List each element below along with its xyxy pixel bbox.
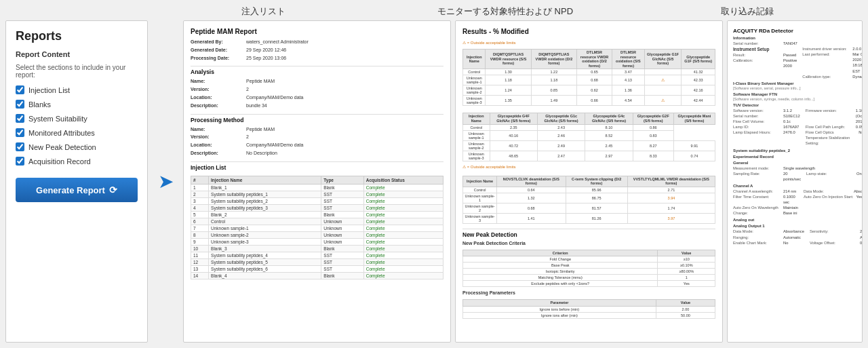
table-cell: 5 — [191, 211, 209, 218]
doc-panel-3: ACQUITY RDa Detector Information Serial … — [727, 20, 863, 343]
tuv-flow-cell-len: Flow Cell Path Length: 0.050 mm — [806, 124, 863, 130]
table-cell: Yes — [658, 281, 715, 287]
table-cell: 1.32 — [497, 193, 566, 203]
table-cell: 1.74 — [627, 203, 715, 213]
table-row: 1Blank_1BlankComplete — [191, 184, 443, 191]
table-cell: Complete — [363, 238, 443, 245]
table-cell: Unknown — [321, 218, 363, 225]
table-cell: 2.46 — [537, 130, 585, 140]
table-cell: 13 — [191, 265, 209, 272]
tuv-lamp-id: Lamp ID: 1676A97 — [733, 124, 800, 130]
table-row: Unknown sample-11.3286.753.94 — [463, 193, 715, 203]
generate-report-label: Generate Report — [36, 185, 105, 195]
rt2-col-name: Injection Name — [463, 113, 490, 124]
table-cell: Complete — [363, 191, 443, 197]
checkbox-monitored-attributes[interactable]: Monitored Attributes — [16, 128, 138, 137]
table-cell: Blank_3 — [209, 245, 321, 252]
main-area: Reports Report Content Select the sectio… — [0, 20, 868, 348]
warning-triangle-icon-2: ⚠ — [462, 165, 466, 169]
table-row: Unknown sample-240.722.492.458.279.91 — [463, 140, 715, 151]
table-cell: 50.00 — [656, 312, 715, 318]
table-cell: SST — [321, 191, 363, 197]
sample-manager-section: Software Manager FTN — [733, 92, 856, 96]
voltage-field: Voltage Offset: 0 mV — [810, 240, 863, 246]
generate-icon: ⟳ — [109, 185, 117, 195]
table-cell: 4.54 — [612, 96, 645, 106]
checkbox-system-suitability[interactable]: System Suitability — [16, 114, 138, 123]
table-cell: SST — [321, 258, 363, 265]
ct-col-vvstl: VVSTLTYLQMLML VWDR deamidation (S/S form… — [627, 176, 715, 187]
checkbox-injection-list[interactable]: Injection List — [16, 85, 138, 94]
panel-title: Reports — [16, 29, 138, 43]
checkbox-blanks[interactable]: Blanks — [16, 100, 138, 109]
doc1-proc-name: Name: Peptide MAM — [191, 126, 443, 133]
processing-params-title: Processing Parameters — [462, 290, 715, 295]
doc1-analysis-name: Name: Peptide MAM — [191, 78, 443, 85]
table-row: 12System suitability peptides_5SSTComple… — [191, 258, 443, 265]
col-name: Injection Name — [209, 176, 321, 184]
table-cell: 1.18 — [486, 75, 531, 85]
ftn-placeholder: [Software version, syringe, needle, colu… — [733, 97, 856, 101]
col-type: Type — [321, 176, 363, 184]
doc1-title: Peptide MAM Report — [191, 28, 443, 35]
table-cell: Complete — [363, 231, 443, 238]
table-cell: 0.68 — [497, 203, 566, 213]
rt1-col-name: Injection Name — [463, 50, 486, 69]
table-cell: Complete — [363, 204, 443, 211]
table-cell: System suitability peptides_6 — [209, 265, 321, 272]
checkbox-new-peak-detection-label: New Peak Detection — [28, 143, 96, 151]
table-cell: 0.64 — [497, 187, 566, 193]
table-cell: 2.97 — [585, 151, 633, 161]
acq-title: ACQUITY RDa Detector — [733, 28, 856, 34]
result-field: Result: Passed — [733, 52, 797, 58]
table-cell: Complete — [363, 245, 443, 252]
doc1-proc-description: Description: No Description — [191, 150, 443, 157]
doc2-warning1: ⚠ = Outside acceptable limits — [462, 40, 715, 45]
table-cell: ⚠ — [644, 75, 682, 85]
table-cell: Unknown sample-1 — [463, 130, 490, 140]
checkbox-acquisition-record-label: Acquisition Record — [28, 157, 91, 166]
table-cell: ⚠ — [644, 96, 682, 106]
col-num: # — [191, 176, 209, 184]
table-cell: 3.97 — [627, 213, 715, 223]
sensitivity-field: Sensitivity: 2.0000 AUFS — [810, 229, 863, 239]
panel-instruction: Select the sections to include in your r… — [16, 64, 138, 79]
table-cell: 0.86 — [633, 124, 673, 130]
checkbox-acquisition-record[interactable]: Acquisition Record — [16, 157, 138, 166]
rt1-col-diqmt2: DIQMTQSPTLIAS VWDR oxidation (D/2 forms) — [531, 50, 576, 69]
table-cell: 1 — [191, 184, 209, 191]
table-cell: 2.45 — [585, 140, 633, 151]
ao-data-mode: Data Mode: Absorbance — [733, 229, 804, 234]
table-cell: 41.32 — [682, 69, 715, 75]
ao-chart: Enable Chart Mark: No — [733, 240, 804, 246]
table-row: 10Blank_3BlankComplete — [191, 245, 443, 252]
table-cell: 86.75 — [566, 193, 627, 203]
checkbox-new-peak-detection[interactable]: New Peak Detection — [16, 142, 138, 151]
ct-col-cterm: C-term System clipping (D/2 forms) — [566, 176, 627, 187]
sst-section: System suitability peptides_2 — [733, 149, 856, 153]
table-cell: 6 — [191, 218, 209, 225]
table-row: 11System suitability peptides_4SSTComple… — [191, 252, 443, 258]
table-cell: 3.47 — [612, 69, 645, 75]
table-cell: 2.00 — [656, 306, 715, 312]
table-row: Unknown sample-21.240.850.621.3642.16 — [463, 85, 715, 96]
data-mode-field: Data Mode: Absorbance — [804, 189, 863, 194]
table-cell: 9 — [191, 238, 209, 245]
tuv-elapsed: Lamp Elapsed Hours: 2476.0 — [733, 130, 800, 135]
table-cell — [644, 85, 682, 96]
pp-col-param: Parameter — [463, 300, 656, 307]
table-cell: Complete — [363, 225, 443, 231]
pp-col-value: Value — [656, 300, 715, 307]
label-injection-list: 注入リスト — [142, 5, 384, 18]
generate-report-button[interactable]: Generate Report ⟳ — [16, 178, 138, 202]
table-cell: 85.96 — [566, 187, 627, 193]
npd-col-value: Value — [658, 250, 715, 256]
tuv-section: TUV Detector — [733, 103, 856, 107]
table-cell: Blank — [321, 184, 363, 191]
doc1-analysis-version: Version: 2 — [191, 86, 443, 93]
table-row: 13System suitability peptides_6SSTComple… — [191, 265, 443, 272]
table-cell: Blank_1 — [209, 184, 321, 191]
arrow-container: ➤ — [152, 20, 179, 343]
doc1-processing-section: Processing Method — [191, 114, 443, 123]
table-cell: Blank_4 — [209, 272, 321, 279]
